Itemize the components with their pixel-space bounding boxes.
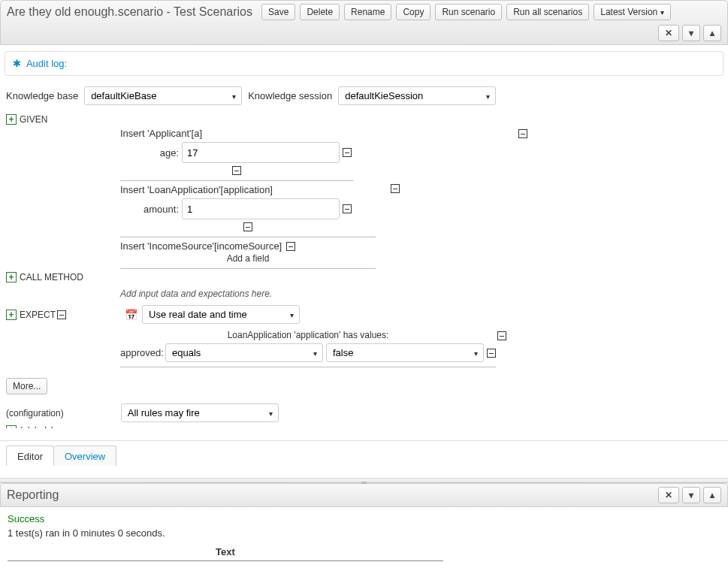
ellipsis-row: ... <box>8 561 443 571</box>
reporting-collapse-button[interactable]: ▴ <box>703 487 721 503</box>
loanapp-values-label: LoanApplication 'application' has values… <box>228 330 389 340</box>
remove-approved-row-icon[interactable] <box>487 349 496 358</box>
close-icon: ✕ <box>665 28 672 38</box>
call-method-section: + CALL METHOD <box>0 270 728 284</box>
more-button[interactable]: More... <box>6 378 47 394</box>
expect-section: + EXPECT 📅 Use real date and time <box>0 304 728 325</box>
audit-log-box[interactable]: ✱ Audit log: <box>5 51 723 76</box>
tab-overview[interactable]: Overview <box>54 446 116 466</box>
insert-applicant-header: Insert 'Applicant'[a] <box>120 128 202 139</box>
add-call-method-icon[interactable]: + <box>6 272 17 282</box>
reporting-body: Success 1 test(s) ran in 0 minutes 0 sec… <box>0 507 728 571</box>
summary-text: 1 test(s) ran in 0 minutes 0 seconds. <box>8 527 720 539</box>
expect-label: EXPECT <box>20 310 56 320</box>
add-given-icon[interactable]: + <box>6 114 17 125</box>
latest-version-dropdown[interactable]: Latest Version <box>594 4 671 20</box>
configuration-label: (configuration) <box>6 408 64 418</box>
knowledge-session-select[interactable]: defaultKieSession <box>338 86 496 105</box>
tab-editor[interactable]: Editor <box>6 446 54 466</box>
close-icon: ✕ <box>665 490 672 500</box>
editor-tabs: Editor Overview <box>0 440 728 466</box>
copy-button[interactable]: Copy <box>396 4 430 20</box>
knowledge-row: Knowledge base defaultKieBase Knowledge … <box>0 83 728 113</box>
add-global-icon[interactable]: + <box>6 425 17 428</box>
reporting-header: Reporting ✕ ▾ ▴ <box>0 483 728 507</box>
age-label: age: <box>120 147 179 159</box>
knowledge-base-select[interactable]: defaultKieBase <box>84 86 242 105</box>
globals-label: (globals) <box>20 425 54 428</box>
insert-income-block: Insert 'IncomeSource'[incomeSource] Add … <box>120 239 376 269</box>
delete-button[interactable]: Delete <box>300 4 340 20</box>
amount-label: amount: <box>120 204 179 215</box>
hint-text: Add input data and expectations here. <box>120 289 728 299</box>
date-option-select[interactable]: Use real date and time <box>142 305 300 324</box>
main-horizontal-scrollbar[interactable] <box>0 466 728 478</box>
amount-input[interactable] <box>182 198 340 219</box>
text-column-header: Text <box>8 543 443 561</box>
given-body: Insert 'Applicant'[a] age: Insert 'LoanA… <box>120 126 728 269</box>
reporting-menu-button[interactable]: ▾ <box>682 487 700 503</box>
add-field-link[interactable]: Add a field <box>120 252 376 265</box>
chevron-down-icon: ▾ <box>689 28 693 38</box>
loanapp-collapse-icon[interactable] <box>243 222 252 231</box>
run-scenario-button[interactable]: Run scenario <box>435 4 502 20</box>
reporting-title: Reporting <box>7 488 59 502</box>
collapse-up-button[interactable]: ▴ <box>703 25 721 41</box>
value-select[interactable]: false <box>326 343 484 362</box>
knowledge-base-label: Knowledge base <box>6 90 78 101</box>
close-button[interactable]: ✕ <box>658 25 679 41</box>
reporting-area: Reporting ✕ ▾ ▴ Success 1 test(s) ran in… <box>0 482 728 571</box>
menu-dropdown-button[interactable]: ▾ <box>682 25 700 41</box>
page-title: Are they old enough.scenario - Test Scen… <box>7 5 252 19</box>
chevron-down-icon: ▾ <box>689 490 693 500</box>
knowledge-session-label: Knowledge session <box>248 90 332 101</box>
remove-applicant-icon[interactable] <box>518 129 527 138</box>
approved-label: approved: <box>120 347 162 358</box>
run-all-scenarios-button[interactable]: Run all scenarios <box>506 4 589 20</box>
insert-loanapp-block: Insert 'LoanApplication'[application] am… <box>120 183 376 237</box>
call-method-label: CALL METHOD <box>20 272 83 282</box>
editor-header: Are they old enough.scenario - Test Scen… <box>0 0 728 45</box>
save-button[interactable]: Save <box>261 4 295 20</box>
remove-amount-field-icon[interactable] <box>343 204 352 213</box>
calendar-icon[interactable]: 📅 <box>125 309 137 321</box>
age-input[interactable] <box>182 142 340 163</box>
insert-income-header: Insert 'IncomeSource'[incomeSource] <box>120 240 282 252</box>
add-expect-icon[interactable]: + <box>6 310 17 320</box>
given-section: + GIVEN <box>0 113 728 126</box>
chevron-up-icon: ▴ <box>710 490 714 500</box>
editor-area: ✱ Audit log: Knowledge base defaultKieBa… <box>0 45 728 466</box>
insert-applicant-block: Insert 'Applicant'[a] age: <box>120 126 353 181</box>
remove-loanapp-values-icon[interactable] <box>497 331 506 340</box>
remove-loanapp-icon[interactable] <box>391 184 400 193</box>
audit-icon: ✱ <box>13 58 21 69</box>
success-text: Success <box>8 513 720 524</box>
configuration-select[interactable]: All rules may fire <box>121 403 279 422</box>
rename-button[interactable]: Rename <box>344 4 391 20</box>
audit-log-label: Audit log: <box>26 58 67 69</box>
configuration-section: (configuration) All rules may fire <box>0 402 728 424</box>
chevron-up-icon: ▴ <box>710 28 714 38</box>
editor-horizontal-scrollbar[interactable] <box>0 428 728 440</box>
operator-select[interactable]: equals <box>165 343 323 362</box>
applicant-collapse-icon[interactable] <box>232 166 241 175</box>
remove-income-icon[interactable] <box>286 242 295 251</box>
insert-loanapp-header: Insert 'LoanApplication'[application] <box>120 184 273 195</box>
given-label: GIVEN <box>20 114 47 125</box>
editor-scroll[interactable]: ✱ Audit log: Knowledge base defaultKieBa… <box>0 45 728 428</box>
remove-age-field-icon[interactable] <box>343 148 352 157</box>
reporting-close-button[interactable]: ✕ <box>658 487 679 503</box>
remove-expect-icon[interactable] <box>57 310 66 319</box>
